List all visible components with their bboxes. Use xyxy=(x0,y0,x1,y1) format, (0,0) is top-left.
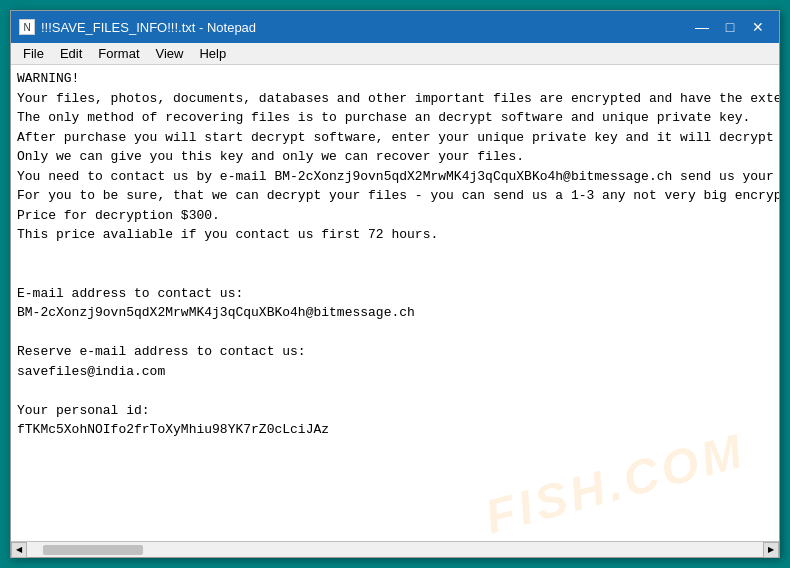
app-icon: N xyxy=(19,19,35,35)
menu-item-format[interactable]: Format xyxy=(90,44,147,63)
content-area: WARNING! Your files, photos, documents, … xyxy=(11,65,779,541)
scroll-right-button[interactable]: ▶ xyxy=(763,542,779,558)
scroll-thumb[interactable] xyxy=(43,545,143,555)
maximize-button[interactable]: □ xyxy=(717,17,743,37)
scroll-track xyxy=(43,544,747,556)
scroll-left-button[interactable]: ◀ xyxy=(11,542,27,558)
close-button[interactable]: ✕ xyxy=(745,17,771,37)
title-bar: N !!!SAVE_FILES_INFO!!!.txt - Notepad — … xyxy=(11,11,779,43)
window-controls: — □ ✕ xyxy=(689,17,771,37)
menu-bar: FileEditFormatViewHelp xyxy=(11,43,779,65)
menu-item-edit[interactable]: Edit xyxy=(52,44,90,63)
minimize-button[interactable]: — xyxy=(689,17,715,37)
notepad-window: N !!!SAVE_FILES_INFO!!!.txt - Notepad — … xyxy=(10,10,780,558)
menu-item-view[interactable]: View xyxy=(148,44,192,63)
window-title: !!!SAVE_FILES_INFO!!!.txt - Notepad xyxy=(41,20,689,35)
text-editor[interactable]: WARNING! Your files, photos, documents, … xyxy=(11,65,779,541)
menu-item-help[interactable]: Help xyxy=(191,44,234,63)
menu-item-file[interactable]: File xyxy=(15,44,52,63)
horizontal-scrollbar: ◀ ▶ xyxy=(11,541,779,557)
